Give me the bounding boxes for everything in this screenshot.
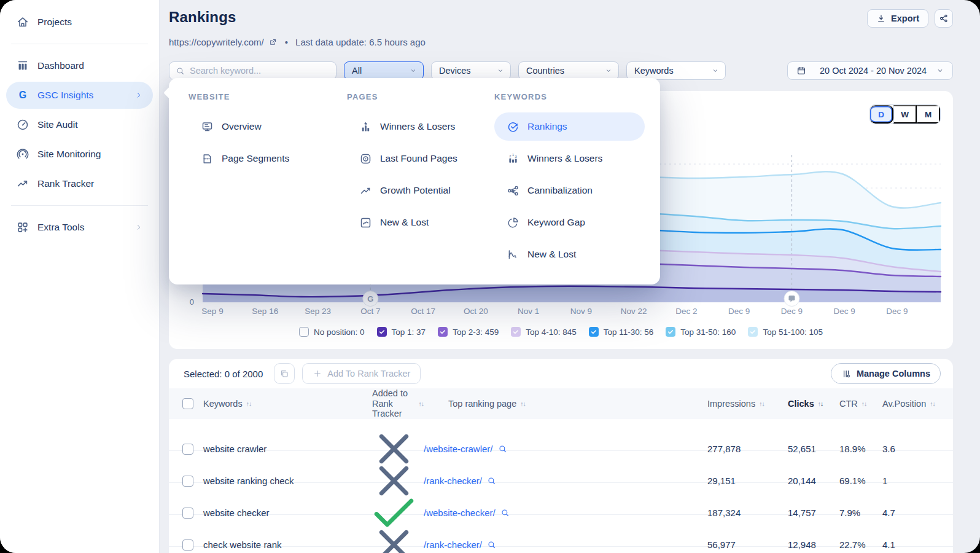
- menu-item-pages-winners-losers[interactable]: Winners & Losers: [347, 112, 470, 141]
- filter-select-countries[interactable]: Countries: [518, 61, 619, 80]
- site-subheader: https://copywritely.com/ • Last data upd…: [169, 37, 426, 47]
- legend-item-top-11-30[interactable]: Top 11-30: 56: [589, 327, 654, 337]
- checkbox-checked[interactable]: [438, 327, 448, 337]
- sidebar: ProjectsDashboardGGSC InsightsSite Audit…: [0, 0, 160, 553]
- app-window: ProjectsDashboardGGSC InsightsSite Audit…: [0, 0, 980, 553]
- columns-icon: [841, 369, 852, 379]
- top-ranking-page-link[interactable]: /website-crawler/: [424, 444, 707, 454]
- select-all-checkbox[interactable]: [182, 398, 193, 409]
- chart-legend: No position: 0Top 1: 37Top 2-3: 459Top 4…: [169, 327, 953, 337]
- filter-select-keywords[interactable]: Keywords: [626, 61, 726, 80]
- menu-item-label: New & Lost: [380, 217, 429, 228]
- svg-text:G: G: [367, 294, 373, 304]
- granularity-w[interactable]: W: [893, 105, 917, 124]
- sidebar-item-projects[interactable]: Projects: [6, 9, 153, 36]
- row-checkbox[interactable]: [182, 508, 193, 519]
- menu-item-keywords-rankings[interactable]: Rankings: [494, 112, 645, 141]
- sidebar-item-rank-tracker[interactable]: Rank Tracker: [6, 170, 153, 197]
- site-url-link[interactable]: https://copywritely.com/: [169, 37, 278, 47]
- bars-123-icon: 213: [507, 152, 519, 165]
- legend-item-top-51-100[interactable]: Top 51-100: 105: [748, 327, 823, 337]
- checkbox-checked[interactable]: [511, 327, 521, 337]
- menu-item-keywords-cannibalization[interactable]: Cannibalization: [494, 176, 645, 205]
- row-checkbox[interactable]: [182, 444, 193, 455]
- gsc-insights-menu: WEBSITEOverviewPage SegmentsPAGESWinners…: [169, 78, 660, 284]
- legend-item-no-position[interactable]: No position: 0: [299, 327, 365, 337]
- menu-item-keywords-new-lost[interactable]: New & Lost: [494, 240, 645, 269]
- plus-icon: [313, 369, 322, 378]
- pie-gap-icon: [507, 216, 519, 229]
- svg-text:Sep 16: Sep 16: [252, 307, 278, 316]
- top-ranking-page-link[interactable]: /rank-checker/: [424, 476, 707, 486]
- legend-item-top-4-10[interactable]: Top 4-10: 845: [511, 327, 577, 337]
- column-header-impressions[interactable]: Impressions↑↓: [707, 399, 788, 409]
- svg-text:Sep 23: Sep 23: [305, 307, 331, 316]
- copy-button[interactable]: [274, 363, 295, 384]
- top-ranking-page-link[interactable]: /rank-checker/: [424, 539, 707, 550]
- sidebar-item-site-audit[interactable]: Site Audit: [6, 111, 153, 138]
- column-header-clicks[interactable]: Clicks↑↓: [788, 399, 839, 409]
- column-header-keywords[interactable]: Keywords↑↓: [203, 399, 364, 409]
- share-button[interactable]: [935, 9, 953, 28]
- sidebar-item-site-monitoring[interactable]: Site Monitoring: [6, 141, 153, 168]
- magnifier-icon: [487, 540, 496, 549]
- column-header-ctr[interactable]: CTR↑↓: [839, 399, 882, 409]
- chevron-right-icon: [134, 91, 143, 100]
- legend-item-top-1[interactable]: Top 1: 37: [377, 327, 426, 337]
- menu-item-website-page-segments[interactable]: Page Segments: [189, 144, 301, 173]
- svg-text:G: G: [19, 89, 26, 100]
- date-range-picker[interactable]: 20 Oct 2024 - 20 Nov 2024: [787, 61, 953, 80]
- table-row: website ranking check/rank-checker/29,15…: [169, 451, 953, 483]
- clicks-cell: 12,948: [788, 539, 839, 550]
- legend-label: No position: 0: [314, 327, 365, 337]
- impressions-cell: 277,878: [707, 444, 788, 454]
- menu-item-pages-growth-potential[interactable]: Growth Potential: [347, 176, 470, 205]
- export-button[interactable]: Export: [867, 9, 928, 28]
- menu-item-website-overview[interactable]: Overview: [189, 112, 301, 141]
- checkbox-unchecked[interactable]: [299, 327, 309, 337]
- growth-icon: [359, 184, 372, 197]
- menu-item-keywords-winners-losers[interactable]: 213Winners & Losers: [494, 144, 645, 173]
- ctr-cell: 18.9%: [839, 444, 882, 454]
- separator-dot: •: [285, 37, 288, 47]
- legend-item-top-31-50[interactable]: Top 31-50: 160: [666, 327, 736, 337]
- granularity-m[interactable]: M: [917, 105, 940, 124]
- svg-text:Nov 1: Nov 1: [518, 307, 539, 316]
- column-header-added-to-rank-tracker[interactable]: Added toRank Tracker↑↓: [364, 388, 424, 419]
- cannibal-icon: [507, 184, 519, 197]
- page-title: Rankings: [169, 9, 236, 26]
- sidebar-item-extra-tools[interactable]: Extra Tools: [6, 214, 153, 241]
- checkbox-checked[interactable]: [748, 327, 758, 337]
- granularity-d[interactable]: D: [870, 105, 893, 124]
- top-ranking-page-link[interactable]: /website-checker/: [424, 508, 707, 518]
- checkbox-checked[interactable]: [589, 327, 599, 337]
- sidebar-item-gsc-insights[interactable]: GGSC Insights: [6, 82, 153, 109]
- legend-label: Top 1: 37: [392, 327, 426, 337]
- table-row: check website rank/rank-checker/56,97712…: [169, 515, 953, 547]
- keyword-search-box[interactable]: [169, 61, 336, 80]
- chart-box-icon: [359, 216, 372, 229]
- sort-icon: ↑↓: [759, 400, 764, 407]
- svg-text:2: 2: [509, 154, 511, 157]
- column-header-top-ranking-page[interactable]: Top ranking page↑↓: [424, 399, 707, 409]
- sidebar-item-dashboard[interactable]: Dashboard: [6, 52, 153, 79]
- menu-item-pages-new-lost[interactable]: New & Lost: [347, 208, 470, 237]
- table-body: website crawler/website-crawler/277,8785…: [169, 419, 953, 547]
- filter-select-all[interactable]: All: [344, 61, 424, 80]
- row-checkbox[interactable]: [182, 476, 193, 487]
- checkbox-checked[interactable]: [666, 327, 675, 337]
- legend-item-top-2-3[interactable]: Top 2-3: 459: [438, 327, 499, 337]
- menu-item-pages-last-found-pages[interactable]: Last Found Pages: [347, 144, 470, 173]
- search-input[interactable]: [190, 66, 330, 76]
- checkbox-checked[interactable]: [377, 327, 387, 337]
- column-header-av-position[interactable]: Av.Position↑↓: [882, 399, 939, 409]
- menu-column-website: WEBSITEOverviewPage Segments: [189, 92, 301, 176]
- menu-item-keywords-keyword-gap[interactable]: Keyword Gap: [494, 208, 645, 237]
- impressions-cell: 56,977: [707, 539, 788, 550]
- manage-columns-button[interactable]: Manage Columns: [831, 363, 941, 384]
- row-checkbox[interactable]: [182, 539, 193, 551]
- add-to-rank-tracker-button[interactable]: Add To Rank Tracker: [302, 363, 421, 384]
- sidebar-item-label: Projects: [37, 17, 72, 28]
- filter-select-devices[interactable]: Devices: [431, 61, 511, 80]
- svg-text:Nov 9: Nov 9: [570, 307, 592, 316]
